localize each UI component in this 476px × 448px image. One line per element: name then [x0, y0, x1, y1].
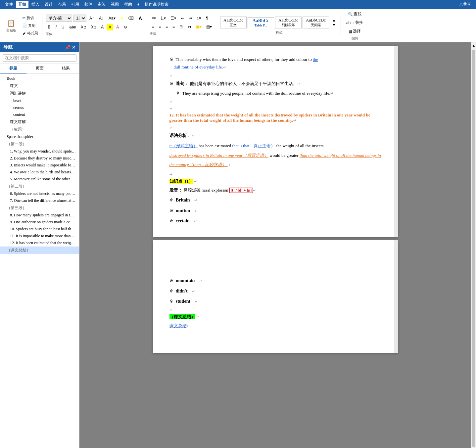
- nav-item-summary-bracket[interactable]: （课文总结）: [0, 246, 79, 254]
- sort-btn[interactable]: ↕A: [195, 15, 203, 22]
- nav-item-beast[interactable]: beast: [0, 97, 79, 104]
- nav-item-para2-bracket[interactable]: （第二段）: [0, 183, 79, 190]
- text-highlight-btn[interactable]: A: [107, 24, 113, 30]
- superscript-btn[interactable]: X2: [89, 24, 98, 30]
- nav-item-sent1[interactable]: 1. Why, you may wonder, should spiders b…: [0, 148, 79, 155]
- font-increase-btn[interactable]: A↑: [87, 15, 96, 22]
- toolbar-row1: 📋 剪贴板 ✂ 剪切 📄 复制 🖌 格式刷 苹方-简 11 A↑ A↓ Aa▾ …: [0, 9, 476, 42]
- menu-view[interactable]: 视图: [109, 1, 121, 8]
- multilevel-btn[interactable]: ☰▾: [168, 15, 178, 22]
- nav-tab-headings[interactable]: 标题: [0, 64, 26, 73]
- line-spacing-btn[interactable]: ↕▾: [185, 23, 193, 30]
- align-left-btn[interactable]: ≡: [150, 23, 156, 30]
- nav-item-sent2[interactable]: 2. Because they destroy so many insects,…: [0, 155, 79, 162]
- nav-item-content[interactable]: content: [0, 111, 79, 118]
- style-heading1[interactable]: AaBbCc Table P...: [248, 17, 274, 28]
- menu-review[interactable]: 审阅: [95, 1, 108, 8]
- nav-item-sent10[interactable]: 10. Spiders are busy for at least half t…: [0, 226, 79, 233]
- doc-area[interactable]: ※ This invariably wins them the love and…: [79, 42, 471, 448]
- text1-link-dull[interactable]: dull routine of everyday life.: [174, 65, 223, 69]
- nav-close-btn[interactable]: ✕: [72, 45, 76, 50]
- decrease-indent-btn[interactable]: ⇤: [179, 15, 186, 22]
- replace-btn[interactable]: ab→ 替换: [344, 19, 365, 26]
- font-color-btn[interactable]: A: [114, 24, 121, 30]
- increase-indent-btn[interactable]: ⇥: [187, 15, 194, 22]
- justify-btn[interactable]: ≡: [170, 23, 177, 30]
- nav-tab-pages[interactable]: 页面: [26, 64, 53, 73]
- italic-btn[interactable]: I: [54, 24, 59, 30]
- text1-link-the[interactable]: the: [313, 57, 318, 62]
- paste-button[interactable]: 📋: [4, 18, 18, 28]
- nav-item-para1-bracket[interactable]: （第一段）: [0, 140, 79, 148]
- vertical-scrollbar[interactable]: ▲ ▼: [471, 42, 476, 448]
- nav-item-sent9[interactable]: 9. One authority on spiders made a censu…: [0, 219, 79, 226]
- nav-item-book[interactable]: Book: [0, 75, 79, 82]
- bullets-btn[interactable]: ≡▾: [150, 15, 158, 22]
- font-effect-btn[interactable]: ⊙: [122, 24, 129, 30]
- font-name-select[interactable]: 苹方-简: [46, 15, 72, 22]
- nav-item-sent5[interactable]: 5. Moreover, unlike some of the other in…: [0, 176, 79, 183]
- shading-btn[interactable]: ▣▾: [194, 23, 204, 30]
- nav-item-census[interactable]: census: [0, 104, 79, 111]
- nav-item-sent3[interactable]: 3. Insects would make it impossible for …: [0, 162, 79, 169]
- menu-home[interactable]: 开始: [16, 1, 28, 8]
- styles-scroll-btn[interactable]: ▲▼: [330, 17, 338, 28]
- menu-file[interactable]: 文件: [3, 1, 15, 8]
- font-size-select[interactable]: 11: [73, 15, 86, 22]
- subscript-btn[interactable]: X2: [79, 24, 88, 30]
- menu-insert[interactable]: 插入: [29, 1, 42, 8]
- font-case-btn[interactable]: Aa▾: [107, 15, 118, 22]
- scroll-up-btn[interactable]: ▲: [471, 42, 476, 49]
- style-heading2[interactable]: AaBbCcDc 列段段落: [275, 17, 302, 28]
- bullet-mountain: ※: [169, 277, 175, 285]
- nav-pin-btn[interactable]: 📌: [65, 45, 71, 50]
- menu-design[interactable]: 设计: [42, 1, 55, 8]
- border-btn[interactable]: ▤▾: [204, 23, 214, 30]
- bold-btn[interactable]: B: [46, 24, 53, 30]
- strikethrough-btn[interactable]: abc: [68, 24, 78, 30]
- font-color-A-btn[interactable]: A: [137, 15, 144, 22]
- return-sym1: ↵: [223, 65, 226, 69]
- nav-item-para3-bracket[interactable]: （第三段）: [0, 204, 79, 212]
- underline-btn[interactable]: U: [60, 24, 67, 30]
- nav-item-sent12[interactable]: 12. It has been estimated that the weigh…: [0, 240, 79, 246]
- para-enterprising: ※ They are enterprising young people, no…: [169, 89, 381, 97]
- menu-help[interactable]: 帮助: [122, 1, 134, 8]
- nav-search-input[interactable]: [3, 54, 76, 62]
- nav-item-sent11[interactable]: 11. It is impossible to make more than t…: [0, 233, 79, 240]
- nav-item-sent4[interactable]: 4. We owe a lot to the birds and beasts …: [0, 169, 79, 176]
- nav-item-spare-spider[interactable]: Spare that spider: [0, 133, 79, 140]
- nav-item-kewen[interactable]: 课文: [0, 82, 79, 90]
- font-color-A2-btn[interactable]: A: [99, 24, 106, 30]
- columns-btn[interactable]: ⊞: [177, 23, 185, 30]
- scroll-thumb[interactable]: [472, 50, 475, 447]
- font-decrease-btn[interactable]: A↓: [97, 15, 106, 22]
- return-line3: ↵: [169, 106, 381, 111]
- share-btn[interactable]: △共享: [457, 1, 473, 8]
- style-normal[interactable]: AaBbCcDc 正文: [220, 17, 247, 28]
- nav-item-sent8[interactable]: 8. How many spiders are engaged in this …: [0, 212, 79, 219]
- style-no-space[interactable]: AaBbCcDc 无间隔: [303, 17, 329, 28]
- menu-layout[interactable]: 布局: [56, 1, 68, 8]
- clear-format-btn[interactable]: ⌫: [126, 15, 136, 22]
- nav-item-kewen-jj[interactable]: 课文讲解: [0, 118, 79, 126]
- nav-item-sent7[interactable]: 7. One can tell the difference almost at…: [0, 197, 79, 204]
- menu-diamond[interactable]: ♦: [135, 1, 142, 8]
- cut-button[interactable]: ✂ 剪切: [21, 15, 40, 22]
- format-painter-button[interactable]: 🖌 格式刷: [21, 30, 40, 37]
- align-center-btn[interactable]: ≡: [157, 23, 163, 30]
- nav-item-title-bracket[interactable]: （标题）: [0, 126, 79, 133]
- copy-button[interactable]: 📄 复制: [21, 22, 40, 29]
- menu-mail[interactable]: 邮件: [82, 1, 95, 8]
- align-right-btn[interactable]: ≡: [164, 23, 170, 30]
- nav-tab-results[interactable]: 结果: [53, 64, 79, 73]
- find-btn[interactable]: 🔍 查找: [346, 10, 363, 18]
- highlight-btn[interactable]: A: [119, 15, 125, 22]
- nav-item-cihui[interactable]: 词汇讲解: [0, 90, 79, 97]
- show-marks-btn[interactable]: ¶: [204, 15, 210, 22]
- nav-item-sent6[interactable]: 6. Spiders are not insects, as many peop…: [0, 190, 79, 197]
- numbering-btn[interactable]: 1.▾: [159, 15, 168, 22]
- search-box[interactable]: 操作说明搜索: [142, 1, 171, 8]
- select-btn[interactable]: ▦ 选择: [347, 27, 363, 35]
- menu-references[interactable]: 引用: [69, 1, 81, 8]
